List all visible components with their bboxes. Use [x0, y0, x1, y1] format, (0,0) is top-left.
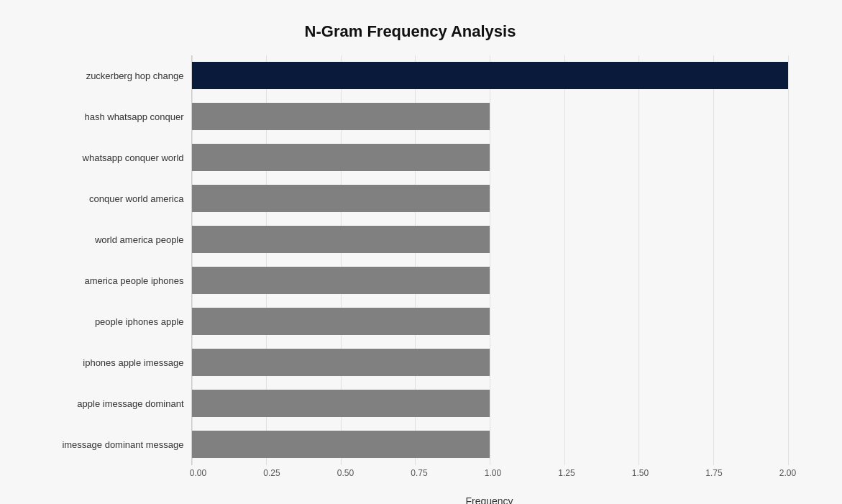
x-tick-container: 0.000.250.500.751.001.251.501.752.00 [198, 468, 788, 482]
bar-row [192, 180, 788, 217]
x-tick: 1.00 [485, 468, 501, 478]
chart-area: zuckerberg hop changehash whatsapp conqu… [33, 55, 788, 465]
bar-row [192, 221, 788, 258]
bar-row [192, 262, 788, 299]
bar-row [192, 426, 788, 463]
bar-4 [192, 226, 490, 253]
y-label: apple imessage dominant [33, 385, 184, 422]
x-axis-label: Frequency [191, 495, 788, 505]
bar-row [192, 57, 788, 94]
x-tick: 1.75 [705, 468, 722, 478]
bar-row [192, 385, 788, 422]
x-tick: 1.50 [632, 468, 649, 478]
y-label: zuckerberg hop change [33, 57, 184, 94]
x-tick: 0.75 [411, 468, 427, 478]
bar-7 [192, 349, 490, 376]
bars-wrapper [192, 55, 788, 465]
bars-section [191, 55, 788, 465]
bar-6 [192, 308, 490, 335]
bar-row [192, 344, 788, 381]
bar-1 [192, 103, 490, 130]
y-label: world america people [33, 221, 184, 258]
y-axis-labels: zuckerberg hop changehash whatsapp conqu… [33, 55, 191, 465]
chart-container: N-Gram Frequency Analysis zuckerberg hop… [26, 8, 817, 497]
y-label: conquer world america [33, 180, 184, 217]
y-label: iphones apple imessage [33, 344, 184, 381]
x-tick: 0.00 [190, 468, 206, 478]
bar-5 [192, 267, 490, 294]
x-tick: 1.25 [558, 468, 575, 478]
bar-8 [192, 390, 490, 417]
y-label: hash whatsapp conquer [33, 98, 184, 135]
bar-row [192, 98, 788, 135]
bar-2 [192, 144, 490, 171]
y-label: people iphones apple [33, 303, 184, 340]
bar-9 [192, 431, 490, 458]
bar-row [192, 139, 788, 176]
x-tick: 2.00 [779, 468, 796, 478]
bar-3 [192, 185, 490, 212]
grid-line [788, 55, 789, 465]
x-tick: 0.25 [263, 468, 280, 478]
x-tick: 0.50 [337, 468, 354, 478]
chart-title: N-Gram Frequency Analysis [33, 22, 788, 41]
y-label: america people iphones [33, 262, 184, 299]
bar-0 [192, 62, 788, 89]
bar-row [192, 303, 788, 340]
y-label: whatsapp conquer world [33, 139, 184, 176]
y-label: imessage dominant message [33, 426, 184, 463]
